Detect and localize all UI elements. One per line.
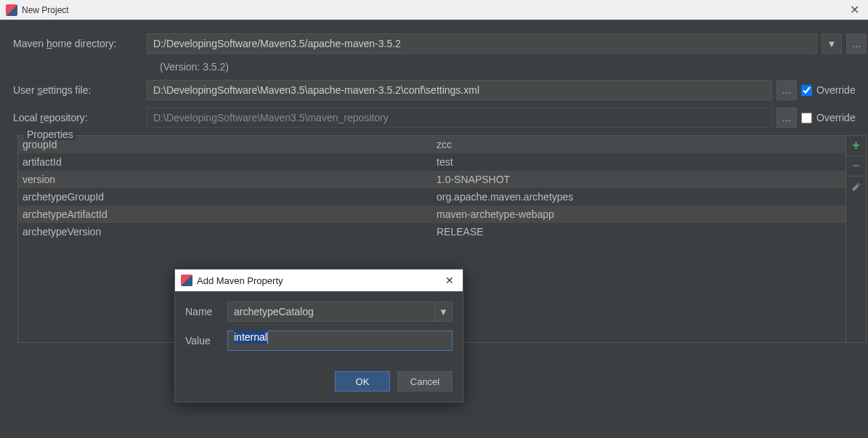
close-icon[interactable]: ✕	[847, 3, 862, 17]
checkbox[interactable]	[801, 85, 812, 96]
browse-home-button[interactable]: …	[846, 33, 867, 54]
window-title: New Project	[22, 5, 847, 15]
prop-val: 1.0-SNAPSHOT	[437, 174, 841, 185]
field-user-settings: … Override	[147, 80, 867, 100]
table-row[interactable]: archetypeGroupId org.apache.maven.archet…	[18, 188, 845, 206]
plus-icon: +	[852, 138, 860, 153]
prop-val: zcc	[437, 139, 841, 150]
check-label: Override	[816, 84, 856, 96]
prop-val: org.apache.maven.archetypes	[437, 191, 841, 203]
maven-home-combo[interactable]: D:/DevelopingSoftware/Maven3.5/apache-ma…	[147, 33, 817, 54]
dialog-body: Name archetypeCatalog ▼ Value internal	[175, 291, 463, 364]
table-row[interactable]: artifactId test	[18, 153, 845, 171]
label-text: User	[13, 84, 37, 96]
prop-key: artifactId	[23, 156, 437, 168]
pencil-icon	[851, 182, 861, 192]
table-row[interactable]: version 1.0-SNAPSHOT	[18, 171, 845, 188]
cancel-button[interactable]: Cancel	[397, 371, 453, 392]
repo-path-input	[147, 108, 772, 128]
row-maven-home: Maven home directory: D:/DevelopingSoftw…	[13, 33, 868, 54]
titlebar: New Project ✕	[0, 0, 868, 20]
add-property-dialog: Add Maven Property ✕ Name archetypeCatal…	[174, 269, 463, 402]
app-icon	[6, 4, 17, 16]
label-name: Name	[185, 306, 227, 317]
dialog-titlebar: Add Maven Property ✕	[175, 269, 463, 291]
text-cursor	[267, 332, 268, 344]
prop-key: version	[23, 174, 437, 185]
dialog-title: Add Maven Property	[197, 275, 442, 286]
table-row[interactable]: archetypeArtifactId maven-archetype-weba…	[18, 206, 845, 223]
row-user-settings: User settings file: … Override	[13, 80, 868, 100]
ok-button[interactable]: OK	[335, 371, 390, 392]
property-name-combo[interactable]: archetypeCatalog ▼	[227, 301, 453, 322]
chevron-down-icon[interactable]: ▼	[822, 33, 842, 54]
mnemonic: h	[46, 38, 52, 49]
label-text: Maven	[13, 38, 46, 49]
minus-icon: −	[852, 158, 860, 174]
button-label: OK	[356, 376, 370, 387]
field-maven-home: D:/DevelopingSoftware/Maven3.5/apache-ma…	[147, 33, 867, 54]
checkbox[interactable]	[801, 113, 812, 123]
browse-repo-button[interactable]: …	[776, 108, 797, 128]
prop-key: groupId	[23, 139, 437, 150]
settings-path-input[interactable]	[147, 80, 772, 100]
ellipsis-icon: …	[782, 85, 792, 96]
prop-key: archetypeVersion	[23, 226, 437, 238]
prop-key: archetypeArtifactId	[23, 208, 437, 220]
property-value-input[interactable]: internal	[227, 330, 453, 351]
ellipsis-icon: …	[852, 38, 861, 49]
row-property-name: Name archetypeCatalog ▼	[185, 301, 453, 322]
browse-settings-button[interactable]: …	[776, 80, 797, 100]
prop-val: RELEASE	[437, 226, 841, 238]
combo-value: D:/DevelopingSoftware/Maven3.5/apache-ma…	[153, 38, 401, 49]
edit-property-button[interactable]	[846, 177, 866, 197]
table-row[interactable]: groupId zcc	[18, 136, 845, 153]
add-property-button[interactable]: +	[846, 136, 866, 156]
button-label: Cancel	[410, 376, 439, 387]
prop-val: maven-archetype-webapp	[437, 208, 841, 220]
label-maven-home: Maven home directory:	[13, 38, 147, 49]
check-label: Override	[816, 112, 856, 123]
label-user-settings: User settings file:	[13, 84, 147, 96]
table-row[interactable]: archetypeVersion RELEASE	[18, 223, 845, 240]
field-local-repo: … Override	[147, 108, 867, 128]
override-repo-check[interactable]: Override	[801, 112, 867, 123]
label-text: Local	[13, 112, 40, 123]
label-text: ettings file:	[42, 84, 91, 96]
maven-version-note: (Version: 3.5.2)	[160, 61, 868, 73]
app-icon	[181, 275, 192, 286]
row-property-value: Value internal	[185, 330, 453, 351]
close-icon[interactable]: ✕	[442, 275, 457, 286]
prop-val: test	[437, 156, 841, 168]
label-text: ome directory:	[52, 38, 117, 49]
prop-key: archetypeGroupId	[23, 191, 437, 203]
chevron-down-icon[interactable]: ▼	[434, 302, 452, 321]
properties-legend: Properties	[24, 129, 76, 140]
dialog-buttons: OK Cancel	[175, 364, 463, 402]
label-local-repo: Local repository:	[13, 112, 147, 123]
input-value: internal	[234, 330, 267, 344]
label-value: Value	[185, 335, 227, 346]
ellipsis-icon: …	[782, 113, 792, 123]
label-text: epository:	[44, 112, 88, 123]
combo-value: archetypeCatalog	[228, 306, 434, 317]
row-local-repo: Local repository: … Override	[13, 108, 868, 128]
override-settings-check[interactable]: Override	[801, 84, 867, 96]
remove-property-button[interactable]: −	[846, 156, 866, 177]
properties-side-buttons: + −	[845, 136, 866, 342]
